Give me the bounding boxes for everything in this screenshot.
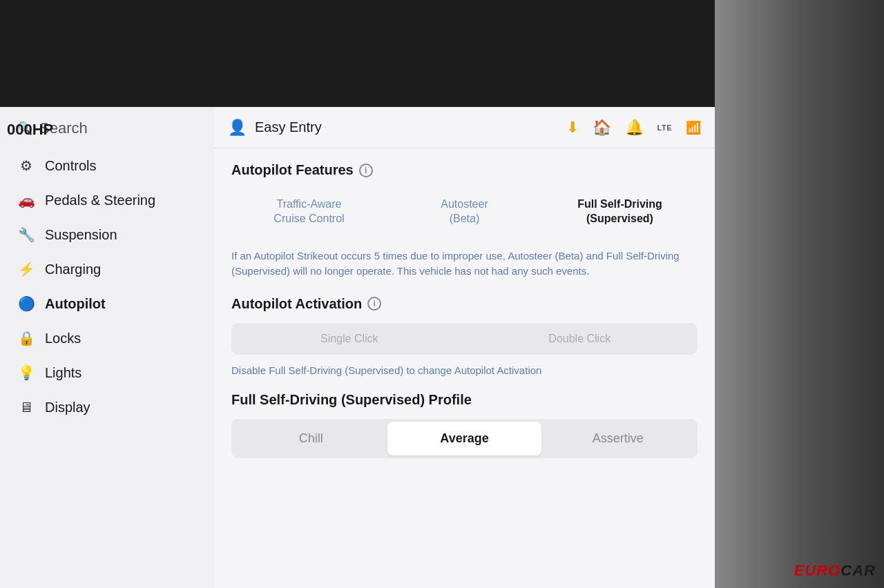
sidebar: 🔍 Search ⚙ Controls 🚗 Pedals & Steering … — [0, 107, 214, 588]
controls-icon: ⚙ — [17, 157, 35, 175]
header-title: Easy Entry — [255, 119, 558, 135]
autopilot-features-info-icon[interactable]: i — [359, 164, 373, 177]
suspension-icon: 🔧 — [17, 226, 35, 244]
content-area: Autopilot Features i Traffic-AwareCruise… — [214, 148, 715, 588]
sidebar-item-controls[interactable]: ⚙ Controls — [0, 148, 214, 183]
autopilot-activation-section: Autopilot Activation i Single Click Doub… — [231, 296, 698, 379]
tab-single-click[interactable]: Single Click — [234, 326, 465, 352]
tab-assertive[interactable]: Assertive — [541, 422, 695, 455]
pedals-icon: 🚗 — [17, 191, 35, 209]
header-bar: 👤 Easy Entry ⬇ 🏠 🔔 LTE 📶 — [214, 107, 715, 148]
fsd-profile-section: Full Self-Driving (Supervised) Profile C… — [231, 392, 698, 458]
autopilot-features-title: Autopilot Features — [231, 162, 354, 178]
right-panel — [715, 0, 884, 588]
activation-disable-note: Disable Full Self-Driving (Supervised) t… — [231, 363, 698, 379]
suspension-label: Suspension — [45, 227, 117, 243]
garage-icon[interactable]: 🏠 — [593, 119, 611, 137]
tab-double-click[interactable]: Double Click — [465, 326, 695, 352]
profile-icon: 👤 — [228, 119, 247, 137]
charging-label: Charging — [45, 262, 101, 277]
sidebar-item-locks[interactable]: 🔒 Locks — [0, 321, 214, 355]
controls-label: Controls — [45, 158, 96, 174]
fsd-profile-section-title: Full Self-Driving (Supervised) Profile — [231, 392, 698, 408]
tab-autosteer[interactable]: Autosteer(Beta) — [387, 189, 542, 235]
lights-icon: 💡 — [17, 364, 35, 382]
sidebar-item-lights[interactable]: 💡 Lights — [0, 355, 214, 390]
signal-icon: 📶 — [686, 120, 701, 135]
tab-traffic-aware[interactable]: Traffic-AwareCruise Control — [231, 189, 387, 235]
autopilot-label: Autopilot — [45, 296, 106, 312]
display-icon: 🖥 — [17, 398, 35, 416]
autopilot-icon: 🔵 — [17, 295, 35, 313]
activation-info-icon[interactable]: i — [367, 297, 381, 311]
autopilot-features-tabs: Traffic-AwareCruise Control Autosteer(Be… — [231, 189, 698, 235]
lights-label: Lights — [45, 365, 81, 381]
chill-label: Chill — [299, 431, 323, 445]
lte-badge: LTE — [657, 124, 672, 132]
activation-section-title: Autopilot Activation i — [231, 296, 698, 312]
locks-icon: 🔒 — [17, 329, 35, 347]
activation-title: Autopilot Activation — [231, 296, 362, 312]
pedals-label: Pedals & Steering — [45, 193, 155, 208]
sidebar-item-charging[interactable]: ⚡ Charging — [0, 252, 214, 286]
vehicle-label: 000HP — [7, 121, 53, 139]
tab-average[interactable]: Average — [387, 422, 541, 455]
eurocar-euro-text: EURO — [794, 562, 841, 579]
bell-icon[interactable]: 🔔 — [625, 119, 644, 137]
sidebar-item-suspension[interactable]: 🔧 Suspension — [0, 217, 214, 252]
display-label: Display — [45, 400, 90, 415]
activation-tabs: Single Click Double Click — [231, 323, 698, 355]
sidebar-item-pedals[interactable]: 🚗 Pedals & Steering — [0, 183, 214, 217]
header-icons: ⬇ 🏠 🔔 LTE 📶 — [566, 119, 701, 137]
locks-label: Locks — [45, 331, 81, 346]
tab-chill[interactable]: Chill — [234, 422, 387, 455]
average-label: Average — [440, 431, 488, 445]
download-icon[interactable]: ⬇ — [566, 119, 579, 137]
autopilot-warning-text: If an Autopilot Strikeout occurs 5 times… — [231, 248, 698, 280]
eurocar-badge: EUROCAR — [794, 562, 876, 580]
sidebar-item-display[interactable]: 🖥 Display — [0, 390, 214, 424]
double-click-label: Double Click — [548, 333, 611, 344]
eurocar-car-text: CAR — [840, 562, 876, 579]
autopilot-features-section: Autopilot Features i — [231, 162, 698, 178]
tab-fsd[interactable]: Full Self-Driving(Supervised) — [542, 189, 698, 235]
charging-icon: ⚡ — [17, 260, 35, 278]
assertive-label: Assertive — [593, 431, 644, 445]
fsd-profile-title: Full Self-Driving (Supervised) Profile — [231, 392, 472, 408]
sidebar-item-autopilot[interactable]: 🔵 Autopilot — [0, 286, 214, 321]
fsd-profile-tabs: Chill Average Assertive — [231, 419, 698, 458]
single-click-label: Single Click — [320, 333, 378, 344]
